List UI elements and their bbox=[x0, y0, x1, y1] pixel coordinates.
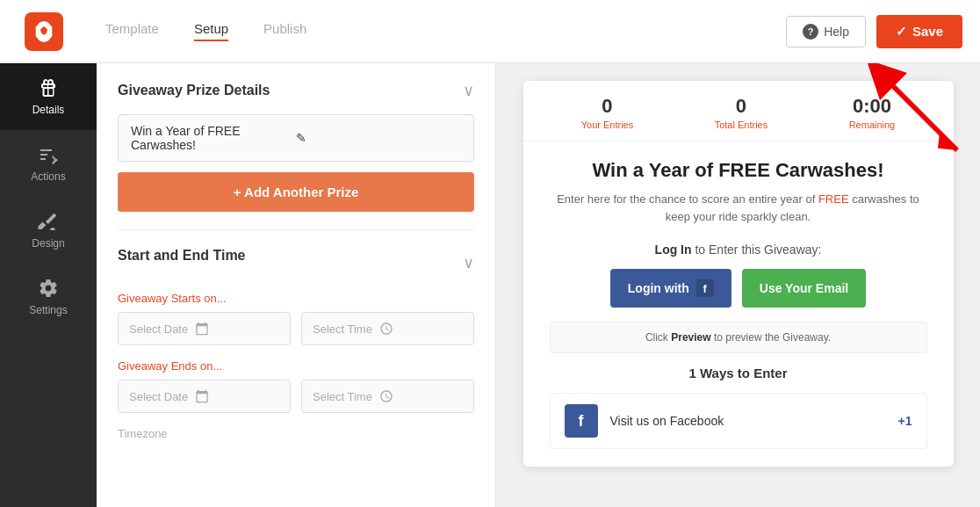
design-icon bbox=[38, 211, 59, 232]
sidebar-item-details[interactable]: Details bbox=[0, 63, 97, 130]
sidebar-item-actions[interactable]: Actions bbox=[0, 130, 97, 197]
date-section-title: Start and End Time bbox=[118, 248, 246, 264]
tab-publish[interactable]: Publish bbox=[263, 21, 306, 41]
clock-icon bbox=[379, 322, 393, 336]
stat-remaining: 0:00 Remaining bbox=[849, 95, 896, 130]
fb-plus-points: +1 bbox=[898, 414, 912, 428]
facebook-square-icon: f bbox=[565, 404, 598, 438]
preview-card: 0 Your Entries 0 Total Entries 0:00 Rema… bbox=[523, 81, 954, 467]
nav-tabs: Template Setup Publish bbox=[105, 21, 786, 41]
sidebar-settings-label: Settings bbox=[29, 304, 67, 316]
left-panel: Giveaway Prize Details ∨ Win a Year of F… bbox=[97, 63, 496, 507]
use-email-label: Use Your Email bbox=[760, 281, 848, 295]
facebook-icon: f bbox=[696, 279, 714, 297]
preview-hint: Click Preview to preview the Giveaway. bbox=[550, 322, 927, 353]
save-check-icon: ✓ bbox=[896, 24, 907, 40]
remaining-label: Remaining bbox=[849, 120, 896, 130]
tab-setup[interactable]: Setup bbox=[194, 21, 228, 41]
add-prize-label: + Add Another Prize bbox=[234, 185, 359, 199]
calendar-icon-2 bbox=[195, 389, 209, 403]
log-in-text: Log In bbox=[655, 243, 692, 257]
stat-your-entries: 0 Your Entries bbox=[581, 95, 634, 130]
date-section-header: Start and End Time ∨ bbox=[118, 248, 474, 278]
sidebar-design-label: Design bbox=[32, 237, 64, 250]
start-time-input[interactable]: Select Time bbox=[301, 312, 474, 345]
start-date-time-row: Select Date Select Time bbox=[118, 312, 474, 345]
actions-icon bbox=[38, 144, 59, 165]
login-prompt: Log In to Enter this Giveaway: bbox=[550, 243, 927, 257]
email-login-button[interactable]: Use Your Email bbox=[742, 269, 866, 308]
start-label: Giveaway Starts on... bbox=[118, 292, 474, 305]
prize-chevron-icon[interactable]: ∨ bbox=[463, 81, 474, 100]
login-button-row: Login with f Use Your Email bbox=[550, 269, 927, 308]
prize-section-header: Giveaway Prize Details ∨ bbox=[118, 81, 474, 100]
sidebar-details-label: Details bbox=[32, 104, 65, 116]
end-date-input[interactable]: Select Date bbox=[118, 380, 291, 413]
preview-title: Win a Year of FREE Carwashes! bbox=[550, 159, 927, 182]
prize-value: Win a Year of FREE Carwashes! bbox=[131, 124, 296, 152]
preview-bold: Preview bbox=[671, 331, 710, 344]
facebook-login-button[interactable]: Login with f bbox=[610, 269, 731, 308]
add-prize-button[interactable]: + Add Another Prize bbox=[118, 172, 474, 212]
stats-row: 0 Your Entries 0 Total Entries 0:00 Rema… bbox=[523, 81, 954, 141]
total-entries-label: Total Entries bbox=[715, 120, 768, 130]
help-button[interactable]: ? Help bbox=[786, 16, 866, 47]
save-label: Save bbox=[912, 24, 943, 39]
stat-total-entries: 0 Total Entries bbox=[715, 95, 768, 130]
remaining-value: 0:00 bbox=[849, 95, 896, 118]
visit-facebook-label: Visit us on Facebook bbox=[610, 414, 886, 428]
prize-input-row: Win a Year of FREE Carwashes! ✎ bbox=[118, 114, 474, 162]
preview-body: Win a Year of FREE Carwashes! Enter here… bbox=[523, 141, 954, 467]
end-date-time-row: Select Date Select Time bbox=[118, 380, 474, 413]
help-label: Help bbox=[824, 25, 849, 39]
prize-section-title: Giveaway Prize Details bbox=[118, 83, 270, 98]
end-time-placeholder: Select Time bbox=[313, 390, 372, 403]
nav-actions: ? Help ✓ Save bbox=[786, 15, 962, 48]
content-area: Giveaway Prize Details ∨ Win a Year of F… bbox=[97, 63, 980, 507]
logo bbox=[18, 12, 70, 51]
main-layout: Details Actions Design Settings Gi bbox=[0, 63, 980, 507]
right-panel: 0 Your Entries 0 Total Entries 0:00 Rema… bbox=[496, 63, 980, 507]
sidebar-actions-label: Actions bbox=[31, 170, 65, 183]
tab-template[interactable]: Template bbox=[105, 21, 159, 41]
sidebar-item-settings[interactable]: Settings bbox=[0, 264, 97, 330]
login-with-label: Login with bbox=[628, 281, 689, 295]
preview-description: Enter here for the chance to score an en… bbox=[550, 191, 927, 225]
help-icon: ? bbox=[803, 24, 818, 40]
clock-icon-2 bbox=[379, 389, 393, 403]
facebook-visit-row[interactable]: f Visit us on Facebook +1 bbox=[550, 393, 927, 449]
start-date-input[interactable]: Select Date bbox=[118, 312, 291, 345]
highlight-free: FREE bbox=[818, 192, 849, 206]
end-label: Giveaway Ends on... bbox=[118, 359, 474, 373]
total-entries-value: 0 bbox=[715, 95, 768, 118]
ways-to-enter-label: 1 Ways to Enter bbox=[550, 366, 927, 380]
date-chevron-icon[interactable]: ∨ bbox=[463, 253, 474, 272]
section-divider bbox=[118, 229, 474, 230]
sidebar: Details Actions Design Settings bbox=[0, 63, 97, 507]
end-date-placeholder: Select Date bbox=[129, 390, 188, 403]
timezone-label: Timezone bbox=[118, 427, 474, 440]
start-date-placeholder: Select Date bbox=[129, 322, 188, 336]
your-entries-value: 0 bbox=[581, 95, 634, 118]
your-entries-label: Your Entries bbox=[581, 120, 634, 130]
prize-edit-icon[interactable]: ✎ bbox=[296, 131, 461, 145]
logo-icon bbox=[32, 19, 56, 44]
calendar-icon bbox=[195, 322, 209, 336]
sidebar-item-design[interactable]: Design bbox=[0, 197, 97, 264]
start-time-placeholder: Select Time bbox=[313, 322, 372, 336]
logo-hex bbox=[25, 12, 63, 51]
top-nav: Template Setup Publish ? Help ✓ Save bbox=[0, 0, 980, 63]
end-time-input[interactable]: Select Time bbox=[301, 380, 474, 413]
save-button[interactable]: ✓ Save bbox=[876, 15, 962, 48]
gift-icon bbox=[38, 77, 59, 98]
settings-icon bbox=[38, 278, 59, 299]
